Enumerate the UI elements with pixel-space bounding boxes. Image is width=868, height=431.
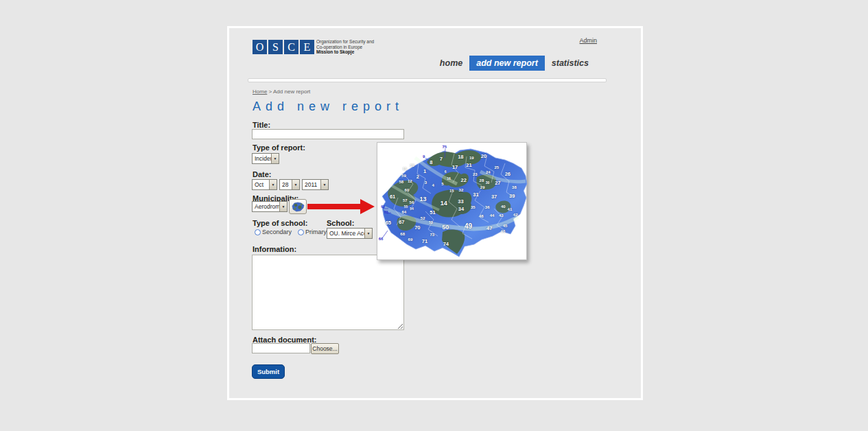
municipality-number-71[interactable]: 71 [422,239,427,244]
municipality-number-51[interactable]: 51 [430,210,435,216]
municipality-number-29[interactable]: 29 [480,185,485,189]
municipality-number-59[interactable]: 59 [401,174,406,178]
date-year-select[interactable]: 2011 ▼ [302,179,329,190]
municipality-number-4[interactable]: 4 [432,183,434,187]
secondary-radio[interactable] [255,229,261,235]
municipality-number-52[interactable]: 52 [421,216,425,220]
nav-item-add-new-report[interactable]: add new report [469,56,545,71]
submit-button[interactable]: Submit [252,364,285,379]
municipality-number-43[interactable]: 43 [499,213,504,218]
main-nav: home add new report statistics [433,56,596,71]
municipality-number-18[interactable]: 18 [458,155,463,161]
municipality-number-55[interactable]: 55 [404,205,408,209]
date-day-select[interactable]: 28 ▼ [279,179,300,190]
municipality-number-12[interactable]: 12 [408,179,412,183]
municipality-map-popup[interactable]: 7597818192010111172125592623242658121622… [377,142,527,260]
municipality-number-62[interactable]: 62 [381,205,385,209]
municipality-number-37[interactable]: 37 [491,194,497,200]
municipality-number-47[interactable]: 47 [486,226,492,232]
municipality-number-75[interactable]: 75 [443,145,447,149]
type-of-report-value: Incident [253,155,271,162]
municipality-number-54[interactable]: 54 [410,207,414,210]
municipality-number-39[interactable]: 39 [509,194,515,200]
nav-item-home[interactable]: home [433,56,469,71]
municipality-select[interactable]: Aerodrom ▼ [252,201,288,212]
municipality-number-67[interactable]: 67 [399,220,404,225]
municipality-number-60[interactable]: 60 [405,188,410,192]
municipality-number-21[interactable]: 21 [466,163,471,168]
title-input[interactable] [252,129,404,139]
attach-document-input[interactable] [252,343,310,353]
municipality-number-68[interactable]: 68 [400,232,405,236]
municipality-number-11[interactable]: 11 [403,167,407,171]
municipality-number-14[interactable]: 14 [441,200,447,206]
municipality-number-32[interactable]: 32 [459,188,464,192]
municipality-number-2[interactable]: 2 [417,174,419,180]
municipality-number-19[interactable]: 19 [469,156,474,160]
municipality-number-24[interactable]: 24 [486,170,491,174]
municipality-number-58[interactable]: 58 [399,180,403,184]
municipality-number-31[interactable]: 31 [473,192,478,198]
municipality-number-23[interactable]: 23 [473,172,478,176]
show-map-button[interactable] [289,199,307,214]
municipality-number-28[interactable]: 28 [480,178,484,183]
municipality-number-57[interactable]: 57 [403,198,408,202]
admin-link[interactable]: Admin [579,37,597,44]
municipality-number-36[interactable]: 36 [485,205,490,209]
municipality-number-49[interactable]: 49 [465,223,472,230]
municipality-number-66[interactable]: 66 [379,237,384,241]
municipality-number-70[interactable]: 70 [414,225,420,231]
municipality-number-38[interactable]: 38 [512,185,517,189]
municipality-number-20[interactable]: 20 [481,154,486,159]
municipality-number-46[interactable]: 46 [501,229,506,233]
municipality-number-35[interactable]: 35 [471,205,476,209]
municipality-number-17[interactable]: 17 [452,165,458,170]
municipality-number-44[interactable]: 44 [490,213,495,218]
municipality-number-53[interactable]: 53 [429,220,433,224]
information-textarea[interactable] [252,255,404,330]
municipality-number-69[interactable]: 69 [408,237,413,242]
municipality-number-61[interactable]: 61 [390,194,395,200]
municipality-number-22[interactable]: 22 [460,178,466,183]
municipality-number-48[interactable]: 48 [479,214,484,218]
municipality-number-73[interactable]: 73 [430,233,435,237]
choose-file-button[interactable]: Choose... [311,343,339,354]
osce-logo-letter: O [253,40,267,54]
primary-radio-label: Primary [305,229,327,235]
municipality-number-74[interactable]: 74 [443,242,449,247]
municipality-number-40[interactable]: 40 [501,205,506,209]
nav-item-statistics[interactable]: statistics [545,56,596,71]
municipality-number-1[interactable]: 1 [423,169,426,174]
chevron-down-icon: ▼ [320,180,328,189]
municipality-number-33[interactable]: 33 [458,199,463,205]
osce-logo-letter: E [300,40,314,54]
municipality-number-10[interactable]: 10 [410,163,414,167]
municipality-number-25[interactable]: 25 [494,165,499,170]
municipality-number-34[interactable]: 34 [458,207,464,212]
municipality-number-16[interactable]: 16 [447,176,451,180]
date-month-select[interactable]: Oct ▼ [252,179,277,190]
municipality-number-15[interactable]: 15 [449,189,454,193]
municipality-number-63[interactable]: 63 [384,211,388,214]
municipality-number-42[interactable]: 42 [513,213,518,217]
primary-radio[interactable] [298,229,304,235]
municipality-number-13[interactable]: 13 [420,196,427,202]
municipality-number-6[interactable]: 6 [445,170,447,174]
breadcrumb-home-link[interactable]: Home [253,89,267,95]
municipality-number-45[interactable]: 45 [503,224,508,228]
municipality-number-56[interactable]: 56 [410,200,414,205]
municipality-number-7[interactable]: 7 [440,156,443,162]
municipality-number-50[interactable]: 50 [442,224,449,231]
municipality-number-26[interactable]: 26 [505,172,511,177]
type-of-report-select[interactable]: Incident ▼ [252,153,279,164]
municipality-number-9[interactable]: 9 [423,154,425,159]
municipality-number-30[interactable]: 30 [486,181,490,185]
municipality-number-65[interactable]: 65 [386,220,391,226]
municipality-number-5[interactable]: 5 [441,182,443,186]
municipality-number-64[interactable]: 64 [401,210,406,214]
school-select[interactable]: OU. Mirce Acev ▼ [327,228,373,239]
municipality-number-3[interactable]: 3 [425,180,427,185]
municipality-number-8[interactable]: 8 [430,161,432,166]
municipality-number-27[interactable]: 27 [495,180,500,186]
municipality-number-41[interactable]: 41 [508,207,513,211]
